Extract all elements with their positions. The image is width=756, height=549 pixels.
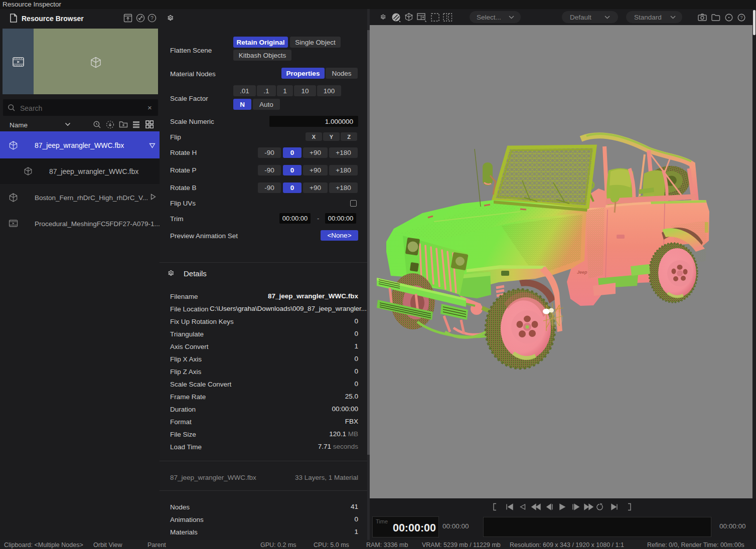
svg-text:?: ? [740, 15, 742, 20]
svg-text:Jeep: Jeep [577, 270, 587, 275]
svg-text:?: ? [150, 16, 154, 21]
